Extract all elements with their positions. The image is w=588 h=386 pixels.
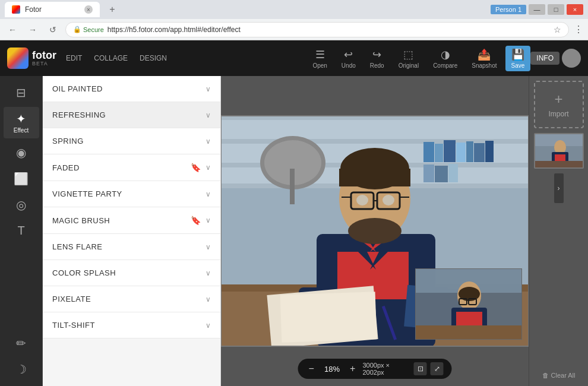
nav-collage[interactable]: COLLAGE — [94, 52, 128, 65]
svg-point-41 — [356, 195, 368, 205]
main-image — [221, 115, 529, 347]
effect-lens-flare[interactable]: LENS FLARE ∨ — [43, 234, 220, 260]
info-btn[interactable]: INFO — [530, 52, 559, 65]
effect-spring[interactable]: SPRING ∨ — [43, 128, 220, 154]
back-btn[interactable]: ← — [5, 22, 20, 37]
right-sidebar: + Import › 🗑 Clear All — [529, 76, 588, 386]
bookmark-icon: 🔖 — [191, 216, 201, 225]
tab-close-btn[interactable]: × — [84, 5, 93, 14]
effect-label: Effect — [14, 127, 29, 134]
import-plus-icon: + — [554, 91, 562, 107]
compare-icon: ◑ — [441, 48, 450, 61]
zoom-out-btn[interactable]: − — [306, 363, 317, 375]
new-tab-btn[interactable]: + — [105, 2, 120, 17]
effect-pixelate[interactable]: PIXELATE ∨ — [43, 286, 220, 312]
fit-screen-btn[interactable]: ⊡ — [414, 362, 427, 375]
svg-rect-8 — [444, 140, 456, 162]
effect-faded[interactable]: FADED 🔖 ∨ — [43, 154, 220, 181]
tool-moon[interactable]: ☽ — [4, 357, 39, 381]
import-label: Import — [548, 110, 568, 118]
open-label: Open — [312, 62, 327, 69]
effect-vignette-party[interactable]: VIGNETTE PARTY ∨ — [43, 181, 220, 207]
reload-btn[interactable]: ↺ — [45, 22, 61, 37]
effect-magic-brush[interactable]: MAGIC BRUSH 🔖 ∨ — [43, 207, 220, 234]
nav-design[interactable]: DESIGN — [140, 52, 167, 65]
tool-frame[interactable]: ⬜ — [4, 167, 39, 191]
svg-rect-60 — [555, 154, 565, 162]
browser-menu-btn[interactable]: ⋮ — [574, 24, 583, 35]
svg-rect-3 — [222, 139, 528, 144]
snapshot-label: Snapshot — [472, 62, 497, 69]
maximize-btn[interactable]: □ — [548, 4, 564, 15]
browser-window: Fotor × + Person 1 — □ × ← → ↺ 🔒 Secure … — [0, 0, 588, 40]
chevron-down-icon: ∨ — [206, 163, 211, 172]
effect-vignette-party-label: VIGNETTE PARTY — [52, 189, 203, 198]
effect-color-splash-label: COLOR SPLASH — [52, 268, 203, 277]
main-content: ⊟ ✦ Effect ◉ ⬜ ◎ T ✏ ☽ — [0, 76, 588, 386]
text-icon: T — [17, 224, 24, 238]
sliders-icon: ⊟ — [16, 86, 26, 100]
toolbar-redo[interactable]: ↪ Redo — [364, 46, 390, 71]
effect-oil-painted[interactable]: OIL PAINTED ∨ — [43, 76, 220, 102]
clear-all-label: Clear All — [551, 372, 576, 379]
effect-lens-flare-label: LENS FLARE — [52, 242, 203, 251]
effect-spring-label: SPRING — [52, 137, 203, 145]
scroll-right-btn[interactable]: › — [554, 173, 564, 203]
clear-all-btn[interactable]: 🗑 Clear All — [540, 369, 578, 381]
zoom-percent: 18% — [321, 365, 343, 374]
tool-sliders[interactable]: ⊟ — [4, 81, 39, 105]
tools-sidebar: ⊟ ✦ Effect ◉ ⬜ ◎ T ✏ ☽ — [0, 76, 43, 386]
close-btn[interactable]: × — [567, 4, 583, 15]
effect-color-splash[interactable]: COLOR SPLASH ∨ — [43, 260, 220, 286]
toolbar-original[interactable]: ⬚ Original — [393, 46, 425, 71]
address-input[interactable]: 🔒 Secure https://h5.fotor.com/app.html#/… — [65, 22, 569, 37]
import-btn[interactable]: + Import — [534, 81, 584, 128]
fullscreen-btn[interactable]: ⤢ — [431, 362, 444, 375]
toolbar-undo[interactable]: ↩ Undo — [336, 46, 362, 71]
tool-effect[interactable]: ✦ Effect — [4, 107, 39, 138]
toolbar-compare[interactable]: ◑ Compare — [427, 46, 463, 71]
tab-favicon — [12, 5, 20, 14]
svg-rect-7 — [435, 144, 443, 162]
svg-rect-10 — [466, 141, 473, 162]
title-bar: Fotor × + Person 1 — □ × — [0, 0, 588, 19]
trash-icon: 🗑 — [542, 372, 549, 379]
chevron-down-icon: ∨ — [206, 85, 211, 93]
effect-refreshing[interactable]: REFRESHING ∨ — [43, 102, 220, 128]
toolbar-open[interactable]: ☰ Open — [306, 46, 333, 71]
logo-name: fotor — [32, 50, 56, 61]
url-text: https://h5.fotor.com/app.html#/editor/ef… — [108, 26, 241, 34]
moon-icon: ☽ — [16, 362, 27, 376]
nav-edit[interactable]: EDIT — [66, 52, 82, 65]
browser-tab[interactable]: Fotor × — [5, 2, 100, 17]
toolbar-snapshot[interactable]: 📤 Snapshot — [466, 46, 502, 71]
chevron-down-icon: ∨ — [206, 295, 211, 303]
svg-rect-6 — [423, 142, 434, 162]
effects-panel: OIL PAINTED ∨ REFRESHING ∨ SPRING ∨ FADE… — [43, 76, 221, 386]
zoom-in-btn[interactable]: + — [347, 363, 358, 375]
toolbar-save[interactable]: 💾 Save — [505, 46, 531, 71]
avatar[interactable] — [562, 49, 581, 68]
bookmark-btn[interactable]: ☆ — [554, 25, 561, 34]
minimize-btn[interactable]: — — [529, 4, 545, 15]
tool-edit[interactable]: ✏ — [4, 331, 39, 355]
svg-rect-12 — [485, 141, 494, 162]
svg-rect-61 — [535, 161, 584, 169]
chevron-down-icon: ∨ — [206, 111, 211, 119]
tab-bar: Fotor × + — [5, 2, 120, 17]
svg-rect-18 — [290, 169, 295, 204]
photo-thumbnail[interactable] — [534, 133, 584, 169]
effect-tilt-shift[interactable]: TILT-SHIFT ∨ — [43, 312, 220, 338]
app: fotor BETA EDIT COLLAGE DESIGN ☰ Open ↩ … — [0, 40, 588, 386]
effect-faded-label: FADED — [52, 163, 191, 172]
nav-links: EDIT COLLAGE DESIGN — [66, 52, 167, 65]
person-label: Person 1 — [491, 5, 526, 14]
tool-text[interactable]: T — [4, 219, 39, 242]
tool-eye[interactable]: ◉ — [4, 141, 39, 164]
tool-circle[interactable]: ◎ — [4, 193, 39, 217]
edit-icon: ✏ — [16, 336, 26, 350]
redo-label: Redo — [370, 62, 384, 69]
forward-btn[interactable]: → — [25, 22, 40, 37]
chevron-down-icon: ∨ — [206, 243, 211, 251]
chevron-down-icon: ∨ — [206, 137, 211, 145]
